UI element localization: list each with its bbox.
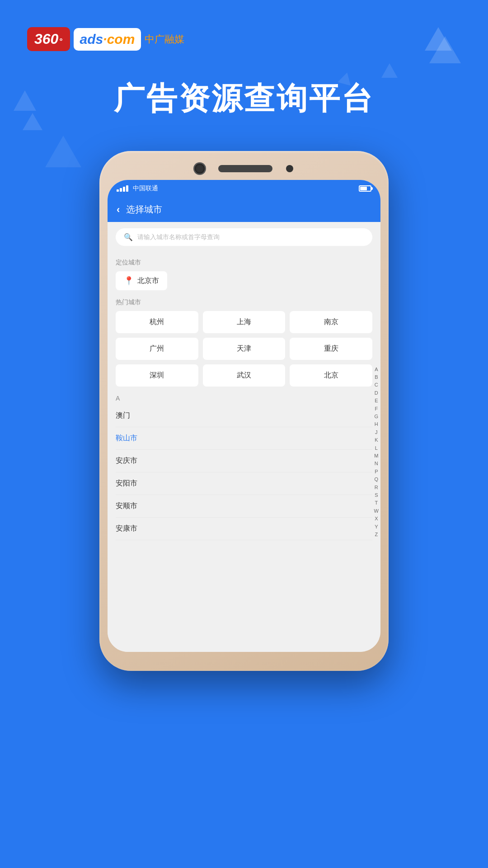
alpha-e[interactable]: E (374, 397, 379, 404)
alpha-g[interactable]: G (374, 413, 379, 420)
alpha-h[interactable]: H (374, 421, 379, 428)
city-aomen[interactable]: 澳门 (116, 405, 372, 427)
phone-sensor (286, 165, 293, 172)
phone-mockup: 中国联通 ‹ 选择城市 🔍 请输入城市名称或首字母查询 (99, 151, 389, 671)
signal-bar-1 (117, 189, 119, 192)
signal-bar-3 (123, 187, 125, 192)
alpha-x[interactable]: X (374, 515, 379, 522)
logo-area: 360 ° ads ·com 中广融媒 (27, 27, 461, 51)
hot-cities-grid: 杭州 上海 南京 广州 天津 重庆 深圳 武汉 北京 (116, 311, 372, 387)
alpha-c[interactable]: C (374, 382, 379, 388)
alpha-d[interactable]: D (374, 390, 379, 396)
search-icon: 🔍 (124, 233, 133, 241)
logo-chinese-text: 中广融媒 (145, 33, 184, 46)
hot-city-chongqing[interactable]: 重庆 (290, 338, 372, 360)
city-section-a: A 澳门 鞍山市 安庆市 安阳市 安顺市 安康市 (116, 391, 372, 540)
alpha-index: A B C D E F G H J K L M N P Q R S (374, 252, 379, 652)
signal-bars (117, 185, 128, 192)
battery-icon (359, 185, 371, 192)
alpha-z[interactable]: Z (374, 531, 379, 538)
alpha-s[interactable]: S (374, 492, 379, 499)
location-section-label: 定位城市 (116, 259, 372, 267)
carrier-text: 中国联通 (133, 184, 158, 193)
alpha-a[interactable]: A (374, 366, 379, 373)
alpha-q[interactable]: Q (374, 476, 379, 483)
alpha-k[interactable]: K (374, 437, 379, 443)
app-header: ‹ 选择城市 (108, 197, 380, 222)
signal-bar-4 (126, 185, 128, 192)
alpha-t[interactable]: T (374, 500, 379, 506)
phone-camera (195, 164, 205, 174)
logo-ads-box: ads ·com (74, 28, 141, 51)
status-left: 中国联通 (117, 184, 158, 193)
hot-city-shenzhen[interactable]: 深圳 (116, 364, 198, 387)
status-bar: 中国联通 (108, 180, 380, 197)
logo-360-box: 360 ° (27, 27, 70, 51)
phone-screen: 中国联通 ‹ 选择城市 🔍 请输入城市名称或首字母查询 (108, 180, 380, 652)
location-city-name: 北京市 (137, 276, 159, 286)
hot-city-wuhan[interactable]: 武汉 (203, 364, 286, 387)
logo-360-text: 360 (34, 31, 58, 47)
alpha-m[interactable]: M (374, 453, 379, 459)
alpha-l[interactable]: L (374, 445, 379, 452)
section-header-a: A (116, 391, 372, 405)
city-anyang[interactable]: 安阳市 (116, 472, 372, 495)
back-button[interactable]: ‹ (117, 204, 120, 216)
alpha-y[interactable]: Y (374, 524, 379, 530)
hot-city-beijing[interactable]: 北京 (290, 364, 372, 387)
page-header: 360 ° ads ·com 中广融媒 (0, 0, 488, 69)
battery-fill (360, 187, 367, 190)
phone-container: 中国联通 ‹ 选择城市 🔍 请输入城市名称或首字母查询 (0, 151, 488, 671)
city-ankang[interactable]: 安康市 (116, 518, 372, 540)
logo-dotcom-text: ·com (103, 32, 135, 47)
alpha-p[interactable]: P (374, 468, 379, 475)
logo-ads-text: ads (80, 32, 103, 47)
hot-city-guangzhou[interactable]: 广州 (116, 338, 198, 360)
city-anshan[interactable]: 鞍山市 (116, 427, 372, 450)
deco-triangle-6 (23, 113, 42, 130)
alpha-b[interactable]: B (374, 374, 379, 381)
alpha-j[interactable]: J (374, 429, 379, 436)
deco-triangle-2 (14, 90, 36, 111)
battery-tip (371, 187, 373, 190)
hot-city-nanjing[interactable]: 南京 (290, 311, 372, 333)
app-header-title: 选择城市 (126, 203, 162, 216)
signal-bar-2 (120, 188, 122, 192)
alpha-w[interactable]: W (374, 508, 379, 514)
logo-degree: ° (59, 37, 62, 46)
hot-city-shanghai[interactable]: 上海 (203, 311, 286, 333)
phone-top-bar (108, 159, 380, 180)
phone-speaker (218, 165, 272, 172)
location-pin-icon: 📍 (124, 276, 134, 286)
search-area: 🔍 请输入城市名称或首字母查询 (108, 222, 380, 252)
city-anqing[interactable]: 安庆市 (116, 450, 372, 472)
location-city-btn[interactable]: 📍 北京市 (116, 271, 167, 290)
hot-section-label: 热门城市 (116, 298, 372, 307)
city-anshun[interactable]: 安顺市 (116, 495, 372, 518)
alpha-f[interactable]: F (374, 406, 379, 412)
alpha-n[interactable]: N (374, 460, 379, 467)
main-title: 广告资源查询平台 (0, 78, 488, 119)
search-placeholder: 请输入城市名称或首字母查询 (137, 233, 220, 241)
hot-city-hangzhou[interactable]: 杭州 (116, 311, 198, 333)
alpha-r[interactable]: R (374, 484, 379, 491)
hot-city-tianjin[interactable]: 天津 (203, 338, 286, 360)
content-area: 定位城市 📍 北京市 热门城市 杭州 上海 南京 广州 天津 重庆 深圳 武汉 … (108, 252, 380, 652)
search-input-wrap[interactable]: 🔍 请输入城市名称或首字母查询 (116, 228, 372, 246)
